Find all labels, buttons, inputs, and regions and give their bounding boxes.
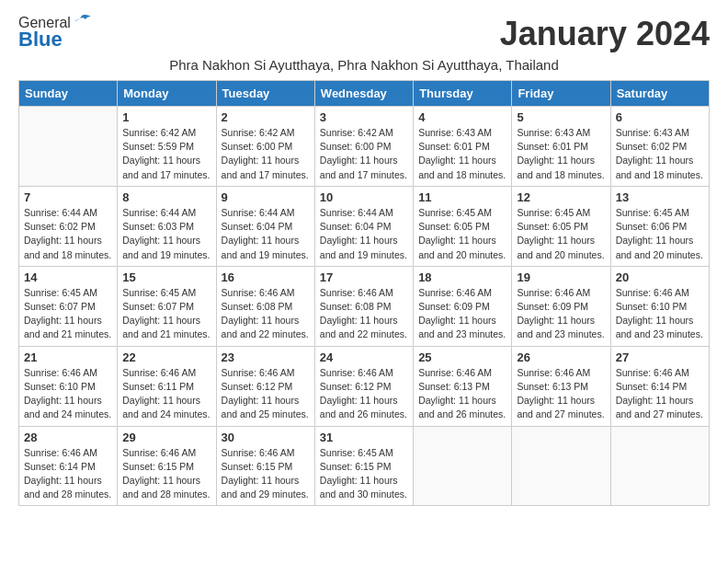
daylight-text-line1: Daylight: 11 hours [320, 234, 408, 247]
day-info: Sunrise: 6:45 AMSunset: 6:05 PMDaylight:… [418, 206, 506, 262]
weekday-header-tuesday: Tuesday [216, 81, 314, 107]
day-number: 15 [122, 270, 210, 284]
sunset-text: Sunset: 6:00 PM [222, 140, 310, 154]
sunrise-text: Sunrise: 6:44 AM [24, 206, 112, 220]
daylight-text-line2: and and 17 minutes. [222, 168, 310, 182]
day-info: Sunrise: 6:42 AMSunset: 6:00 PMDaylight:… [222, 126, 310, 182]
sunrise-text: Sunrise: 6:46 AM [24, 446, 112, 460]
sunset-text: Sunset: 6:00 PM [320, 140, 408, 154]
sunrise-text: Sunrise: 6:43 AM [517, 126, 605, 140]
calendar-day-cell: 21Sunrise: 6:46 AMSunset: 6:10 PMDayligh… [19, 346, 118, 426]
calendar-week-row: 1Sunrise: 6:42 AMSunset: 5:59 PMDaylight… [19, 107, 710, 187]
daylight-text-line1: Daylight: 11 hours [24, 474, 112, 488]
calendar-week-row: 21Sunrise: 6:46 AMSunset: 6:10 PMDayligh… [19, 346, 710, 426]
calendar-day-cell: 18Sunrise: 6:46 AMSunset: 6:09 PMDayligh… [414, 266, 512, 346]
daylight-text-line2: and and 18 minutes. [418, 168, 506, 182]
day-info: Sunrise: 6:46 AMSunset: 6:10 PMDaylight:… [616, 286, 704, 342]
calendar-day-cell: 20Sunrise: 6:46 AMSunset: 6:10 PMDayligh… [610, 266, 709, 346]
day-number: 27 [616, 350, 704, 364]
day-info: Sunrise: 6:44 AMSunset: 6:04 PMDaylight:… [320, 206, 408, 262]
sunrise-text: Sunrise: 6:45 AM [418, 206, 506, 220]
daylight-text-line1: Daylight: 11 hours [616, 234, 704, 247]
daylight-text-line1: Daylight: 11 hours [222, 394, 310, 408]
sunset-text: Sunset: 6:03 PM [122, 220, 210, 234]
calendar-day-cell: 29Sunrise: 6:46 AMSunset: 6:15 PMDayligh… [118, 426, 216, 506]
day-number: 4 [418, 110, 506, 124]
daylight-text-line2: and and 24 minutes. [24, 408, 112, 421]
calendar-day-cell: 12Sunrise: 6:45 AMSunset: 6:05 PMDayligh… [512, 186, 610, 266]
calendar-day-cell: 3Sunrise: 6:42 AMSunset: 6:00 PMDaylight… [314, 107, 413, 187]
daylight-text-line2: and and 22 minutes. [222, 327, 310, 341]
day-number: 11 [418, 190, 506, 204]
day-number: 22 [122, 350, 210, 364]
calendar-day-cell: 31Sunrise: 6:45 AMSunset: 6:15 PMDayligh… [314, 426, 413, 506]
day-number: 2 [222, 110, 310, 124]
day-number: 25 [418, 350, 506, 364]
sunrise-text: Sunrise: 6:46 AM [222, 366, 310, 380]
daylight-text-line2: and and 21 minutes. [24, 327, 112, 341]
daylight-text-line1: Daylight: 11 hours [222, 474, 310, 488]
daylight-text-line1: Daylight: 11 hours [418, 394, 506, 408]
sunrise-text: Sunrise: 6:46 AM [616, 286, 704, 300]
sunset-text: Sunset: 6:12 PM [222, 380, 310, 394]
daylight-text-line1: Daylight: 11 hours [320, 154, 408, 167]
daylight-text-line2: and and 28 minutes. [24, 488, 112, 501]
sunset-text: Sunset: 6:13 PM [418, 380, 506, 394]
day-info: Sunrise: 6:46 AMSunset: 6:15 PMDaylight:… [122, 446, 210, 502]
sunrise-text: Sunrise: 6:45 AM [517, 206, 605, 220]
sunrise-text: Sunrise: 6:42 AM [222, 126, 310, 140]
day-number: 24 [320, 350, 408, 364]
daylight-text-line1: Daylight: 11 hours [616, 394, 704, 408]
day-info: Sunrise: 6:45 AMSunset: 6:05 PMDaylight:… [517, 206, 605, 262]
day-info: Sunrise: 6:46 AMSunset: 6:12 PMDaylight:… [320, 366, 408, 422]
sunset-text: Sunset: 6:04 PM [222, 220, 310, 234]
daylight-text-line1: Daylight: 11 hours [418, 154, 506, 167]
calendar-week-row: 28Sunrise: 6:46 AMSunset: 6:14 PMDayligh… [19, 426, 710, 506]
day-info: Sunrise: 6:45 AMSunset: 6:07 PMDaylight:… [122, 286, 210, 342]
daylight-text-line1: Daylight: 11 hours [122, 474, 210, 488]
daylight-text-line2: and and 23 minutes. [517, 327, 605, 341]
day-number: 6 [616, 110, 704, 124]
daylight-text-line1: Daylight: 11 hours [517, 314, 605, 327]
sunset-text: Sunset: 6:08 PM [222, 300, 310, 314]
daylight-text-line2: and and 22 minutes. [320, 327, 408, 341]
daylight-text-line2: and and 24 minutes. [122, 408, 210, 421]
daylight-text-line1: Daylight: 11 hours [320, 394, 408, 408]
calendar-day-cell: 26Sunrise: 6:46 AMSunset: 6:13 PMDayligh… [512, 346, 610, 426]
day-info: Sunrise: 6:46 AMSunset: 6:12 PMDaylight:… [222, 366, 310, 422]
calendar-week-row: 7Sunrise: 6:44 AMSunset: 6:02 PMDaylight… [19, 186, 710, 266]
daylight-text-line1: Daylight: 11 hours [517, 394, 605, 408]
day-number: 20 [616, 270, 704, 284]
weekday-header-friday: Friday [512, 81, 610, 107]
daylight-text-line2: and and 19 minutes. [122, 248, 210, 262]
calendar-empty-cell [512, 426, 610, 506]
daylight-text-line2: and and 18 minutes. [616, 168, 704, 182]
sunset-text: Sunset: 6:01 PM [418, 140, 506, 154]
sunrise-text: Sunrise: 6:46 AM [24, 366, 112, 380]
calendar-day-cell: 22Sunrise: 6:46 AMSunset: 6:11 PMDayligh… [118, 346, 216, 426]
calendar-day-cell: 5Sunrise: 6:43 AMSunset: 6:01 PMDaylight… [512, 107, 610, 187]
day-info: Sunrise: 6:46 AMSunset: 6:11 PMDaylight:… [122, 366, 210, 422]
daylight-text-line1: Daylight: 11 hours [616, 314, 704, 327]
calendar-day-cell: 15Sunrise: 6:45 AMSunset: 6:07 PMDayligh… [118, 266, 216, 346]
sunrise-text: Sunrise: 6:44 AM [320, 206, 408, 220]
day-number: 7 [24, 190, 112, 204]
daylight-text-line2: and and 20 minutes. [616, 248, 704, 262]
weekday-header-sunday: Sunday [19, 81, 118, 107]
day-number: 14 [24, 270, 112, 284]
sunrise-text: Sunrise: 6:42 AM [122, 126, 210, 140]
day-number: 10 [320, 190, 408, 204]
day-number: 28 [24, 431, 112, 444]
day-number: 26 [517, 350, 605, 364]
calendar-day-cell: 27Sunrise: 6:46 AMSunset: 6:14 PMDayligh… [610, 346, 709, 426]
sunset-text: Sunset: 6:07 PM [122, 300, 210, 314]
day-number: 8 [122, 190, 210, 204]
calendar-day-cell: 10Sunrise: 6:44 AMSunset: 6:04 PMDayligh… [314, 186, 413, 266]
sunrise-text: Sunrise: 6:46 AM [418, 366, 506, 380]
calendar-day-cell: 23Sunrise: 6:46 AMSunset: 6:12 PMDayligh… [216, 346, 314, 426]
calendar-day-cell: 11Sunrise: 6:45 AMSunset: 6:05 PMDayligh… [414, 186, 512, 266]
subtitle: Phra Nakhon Si Ayutthaya, Phra Nakhon Si… [18, 57, 710, 73]
sunrise-text: Sunrise: 6:46 AM [517, 286, 605, 300]
day-info: Sunrise: 6:46 AMSunset: 6:09 PMDaylight:… [517, 286, 605, 342]
day-info: Sunrise: 6:42 AMSunset: 6:00 PMDaylight:… [320, 126, 408, 182]
